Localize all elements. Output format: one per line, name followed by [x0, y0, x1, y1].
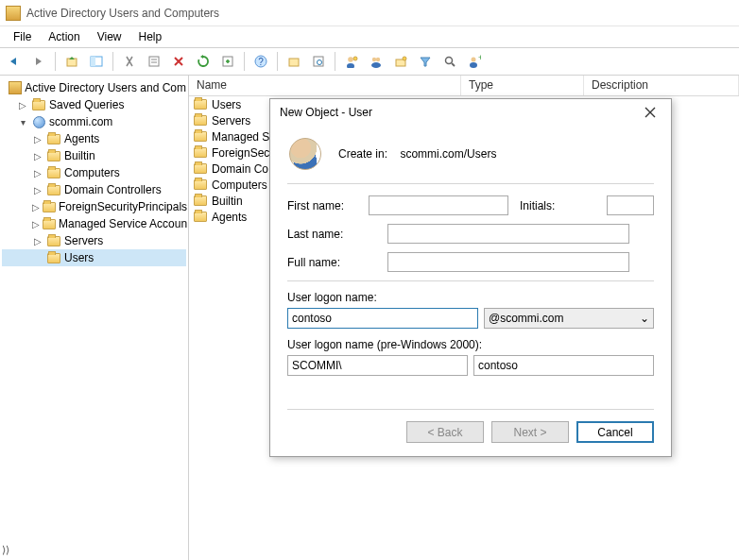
toolbar-divider [244, 52, 245, 71]
folder-icon [47, 168, 60, 178]
new-group-button[interactable] [366, 51, 387, 72]
tree-saved-queries[interactable]: ▷ Saved Queries [2, 96, 186, 113]
menubar: File Action View Help [0, 26, 739, 47]
folder-icon [47, 134, 60, 144]
folder-icon [194, 212, 207, 222]
col-type[interactable]: Type [461, 76, 584, 95]
folder-icon [194, 179, 207, 190]
menu-view[interactable]: View [90, 28, 129, 45]
menu-file[interactable]: File [6, 28, 39, 45]
root-icon [9, 81, 22, 94]
new-ou-folder-button[interactable] [390, 51, 411, 72]
col-description[interactable]: Description [584, 76, 739, 95]
separator [287, 280, 654, 281]
pre2k-label: User logon name (pre-Windows 2000): [287, 338, 654, 351]
tree-root-label: Active Directory Users and Com [25, 81, 186, 94]
cancel-button[interactable]: Cancel [576, 421, 654, 443]
chevron-down-icon: ⌄ [640, 312, 649, 325]
tree-item-servers[interactable]: ▷Servers [2, 232, 186, 249]
expand-icon[interactable]: ▷ [32, 185, 43, 195]
forward-button[interactable] [28, 51, 49, 72]
col-name[interactable]: Name [189, 76, 461, 95]
toolbar-divider [55, 52, 56, 71]
toolbar-divider [277, 52, 278, 71]
new-ou-button[interactable] [284, 51, 304, 72]
expand-icon[interactable]: ▷ [32, 202, 40, 212]
svg-text:?: ? [258, 57, 264, 67]
logon-name-label: User logon name: [287, 291, 654, 304]
tree-item-domain-controllers[interactable]: ▷Domain Controllers [2, 181, 186, 198]
folder-icon [194, 115, 207, 126]
search-button[interactable] [439, 51, 460, 72]
new-user-button[interactable] [341, 51, 362, 72]
filter-button[interactable] [415, 51, 436, 72]
tree-domain[interactable]: ▾ scommi.com [2, 113, 186, 130]
expand-icon[interactable]: ▷ [32, 151, 43, 161]
svg-point-17 [371, 62, 381, 68]
list-header: Name Type Description [189, 76, 739, 96]
initials-label: Initials: [520, 199, 601, 212]
tree-pane[interactable]: Active Directory Users and Com ▷ Saved Q… [0, 76, 189, 560]
expand-icon[interactable]: ▷ [17, 100, 28, 110]
export-button[interactable] [217, 51, 238, 72]
tree-label: ForeignSecurityPrincipals [59, 200, 187, 213]
back-button[interactable]: < Back [406, 421, 484, 443]
folder-icon [43, 202, 56, 212]
new-user-dialog: New Object - User Create in: scommi.com/… [269, 98, 672, 457]
folder-icon [194, 147, 207, 158]
dialog-title: New Object - User [280, 106, 372, 119]
pre2k-user-input[interactable] [473, 355, 654, 376]
expand-icon[interactable]: ▷ [32, 134, 43, 144]
tree-label: Domain Controllers [64, 183, 162, 196]
initials-input[interactable] [607, 195, 654, 215]
full-name-input[interactable] [387, 252, 629, 272]
tree-item-foreignsecurity[interactable]: ▷ForeignSecurityPrincipals [2, 198, 186, 215]
first-name-input[interactable] [369, 195, 508, 215]
properties-button[interactable] [144, 51, 164, 72]
back-button[interactable] [4, 51, 25, 72]
cut-button[interactable] [119, 51, 140, 72]
svg-point-12 [348, 57, 353, 62]
toolbar-divider [112, 52, 113, 71]
collapse-icon[interactable]: ▾ [17, 117, 28, 127]
tree-label: Computers [64, 166, 120, 179]
scroll-indicator[interactable]: ⟩⟩ [2, 544, 9, 556]
tree-item-users[interactable]: Users [2, 249, 186, 266]
expand-icon[interactable]: ▷ [32, 219, 40, 229]
folder-icon [43, 219, 56, 229]
up-button[interactable] [61, 51, 82, 72]
tree-item-managed-service[interactable]: ▷Managed Service Accoun [2, 215, 186, 232]
tree-item-builtin[interactable]: ▷Builtin [2, 147, 186, 164]
show-hide-tree-button[interactable] [86, 51, 107, 72]
svg-point-19 [403, 57, 406, 60]
svg-line-21 [452, 63, 455, 66]
expand-icon[interactable]: ▷ [32, 168, 43, 178]
folder-icon [47, 236, 60, 246]
tree-item-agents[interactable]: ▷Agents [2, 130, 186, 147]
menu-help[interactable]: Help [131, 28, 170, 45]
domain-suffix-select[interactable]: @scommi.com ⌄ [484, 308, 654, 329]
find-button[interactable] [308, 51, 329, 72]
menu-action[interactable]: Action [41, 28, 87, 45]
close-button[interactable] [637, 103, 663, 122]
tree-label: Users [64, 251, 94, 264]
titlebar: Active Directory Users and Computers [0, 0, 739, 26]
svg-rect-9 [289, 59, 299, 66]
last-name-input[interactable] [387, 224, 629, 244]
tree-root[interactable]: Active Directory Users and Com [2, 79, 186, 96]
app-icon [6, 6, 21, 21]
add-to-group-button[interactable]: + [464, 51, 485, 72]
folder-icon [47, 151, 60, 161]
pre2k-domain-input[interactable] [287, 355, 468, 376]
logon-name-input[interactable] [287, 308, 478, 329]
help-button[interactable]: ? [250, 51, 271, 72]
delete-button[interactable] [168, 51, 189, 72]
first-name-label: First name: [287, 199, 369, 212]
svg-rect-2 [91, 57, 95, 66]
tree-item-computers[interactable]: ▷Computers [2, 164, 186, 181]
svg-point-15 [372, 58, 376, 61]
expand-icon[interactable]: ▷ [32, 236, 43, 246]
next-button[interactable]: Next > [491, 421, 569, 443]
refresh-button[interactable] [193, 51, 214, 72]
svg-point-16 [376, 58, 380, 61]
